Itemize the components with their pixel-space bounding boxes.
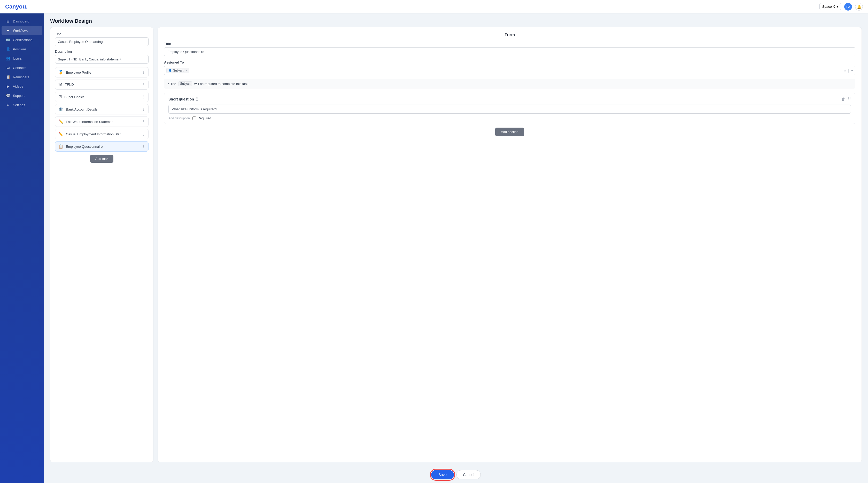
save-button[interactable]: Save bbox=[431, 470, 454, 479]
subject-tag: 👤 Subject × bbox=[166, 68, 189, 73]
question-text-input[interactable] bbox=[168, 105, 851, 114]
workflow-description-input[interactable] bbox=[55, 55, 149, 64]
page-header: Workflow Design bbox=[44, 13, 868, 27]
top-header: Canyou. Space X ▾ FJ 🔔 bbox=[0, 0, 868, 13]
required-label: Required bbox=[197, 116, 211, 120]
sidebar-item-contacts[interactable]: 🗂 Contacts bbox=[2, 63, 42, 72]
sidebar-item-reminders[interactable]: 📋 Reminders bbox=[2, 72, 42, 82]
task-item-super-choice[interactable]: ☑ Super Choice ⋮ bbox=[55, 92, 149, 102]
sidebar-label-reminders: Reminders bbox=[13, 75, 29, 79]
task-dots-tfnd[interactable]: ⋮ bbox=[142, 83, 145, 87]
person-icon: 👤 bbox=[168, 69, 172, 72]
required-row: Required bbox=[192, 116, 211, 120]
sidebar-item-certifications[interactable]: 🪪 Certifications bbox=[2, 35, 42, 44]
form-title-input[interactable] bbox=[164, 47, 855, 56]
main-content: ⋮ Title Description 🏅 Employee Profile bbox=[44, 27, 868, 466]
title-field-group: Title bbox=[55, 32, 149, 50]
workflow-title-input[interactable] bbox=[55, 37, 149, 46]
card-actions: 🗑 ⠿ bbox=[841, 97, 851, 101]
sidebar-item-workflows[interactable]: ✦ Workflows bbox=[2, 26, 42, 35]
task-dots-casual-employ[interactable]: ⋮ bbox=[142, 132, 145, 136]
task-item-bank-account[interactable]: 🏦 Bank Account Details ⋮ bbox=[55, 104, 149, 115]
super-choice-icon: ☑ bbox=[58, 95, 62, 99]
positions-icon: 👤 bbox=[6, 47, 10, 51]
right-panel: Form Title Assigned To 👤 Subject × × bbox=[158, 27, 862, 462]
app-logo: Canyou. bbox=[5, 3, 28, 10]
task-dots-bank-account[interactable]: ⋮ bbox=[142, 107, 145, 111]
left-panel: ⋮ Title Description 🏅 Employee Profile bbox=[50, 27, 153, 462]
info-subject-tag: Subject bbox=[178, 82, 192, 86]
cancel-button[interactable]: Cancel bbox=[457, 470, 481, 479]
workflows-icon: ✦ bbox=[6, 28, 10, 33]
fair-work-icon: ✏️ bbox=[58, 119, 63, 124]
info-text-pre: The bbox=[170, 82, 176, 86]
sidebar-label-dashboard: Dashboard bbox=[13, 20, 29, 23]
task-item-employee-profile[interactable]: 🏅 Employee Profile ⋮ bbox=[55, 67, 149, 77]
title-label: Title bbox=[55, 32, 149, 36]
sidebar-label-workflows: Workflows bbox=[13, 29, 28, 33]
drag-question-button[interactable]: ⠿ bbox=[848, 97, 851, 101]
add-description-label: Add description bbox=[168, 117, 190, 120]
question-card-header: Short question 🗒 🗑 ⠿ bbox=[168, 97, 851, 101]
delete-question-button[interactable]: 🗑 bbox=[841, 97, 845, 101]
card-menu-icon[interactable]: ⋮ bbox=[145, 32, 149, 36]
sidebar-label-settings: Settings bbox=[13, 103, 25, 107]
casual-employ-icon: ✏️ bbox=[58, 132, 63, 136]
task-dots-employee-profile[interactable]: ⋮ bbox=[142, 70, 145, 74]
bottom-actions: Save Cancel bbox=[44, 466, 868, 483]
sidebar-label-support: Support bbox=[13, 94, 25, 98]
task-dots-super-choice[interactable]: ⋮ bbox=[142, 95, 145, 99]
task-dots-fair-work[interactable]: ⋮ bbox=[142, 120, 145, 124]
certifications-icon: 🪪 bbox=[6, 38, 10, 42]
sidebar-label-contacts: Contacts bbox=[13, 66, 26, 70]
task-label-tfnd: TFND bbox=[65, 83, 74, 87]
content-area: Workflow Design ⋮ Title Description bbox=[44, 13, 868, 483]
sidebar-item-settings[interactable]: ⚙ Settings bbox=[2, 100, 42, 109]
info-text-post: will be required to complete this task bbox=[194, 82, 249, 86]
task-label-employee-profile: Employee Profile bbox=[66, 70, 91, 74]
avatar[interactable]: FJ bbox=[844, 3, 852, 10]
task-dots-employee-questionnaire[interactable]: ⋮ bbox=[142, 144, 145, 149]
assigned-info-box: • The Subject will be required to comple… bbox=[164, 79, 855, 89]
task-label-super-choice: Super Choice bbox=[64, 95, 85, 99]
task-item-fair-work[interactable]: ✏️ Fair Work Information Statement ⋮ bbox=[55, 117, 149, 127]
sidebar-item-support[interactable]: 💬 Support bbox=[2, 91, 42, 100]
main-layout: ⊞ Dashboard ✦ Workflows 🪪 Certifications… bbox=[0, 13, 868, 483]
assigned-to-field[interactable]: 👤 Subject × × | ▾ bbox=[164, 66, 855, 75]
form-section-title: Form bbox=[164, 33, 855, 37]
clear-assigned-button[interactable]: × bbox=[844, 69, 846, 72]
users-icon: 👥 bbox=[6, 56, 10, 60]
workflow-card: ⋮ Title Description 🏅 Employee Profile bbox=[50, 27, 153, 462]
sidebar: ⊞ Dashboard ✦ Workflows 🪪 Certifications… bbox=[0, 13, 44, 483]
sidebar-item-videos[interactable]: ▶ Videos bbox=[2, 82, 42, 91]
add-task-button[interactable]: Add task bbox=[90, 155, 114, 163]
add-section-button[interactable]: Add section bbox=[495, 128, 524, 136]
task-item-employee-questionnaire[interactable]: 📋 Employee Questionnaire ⋮ bbox=[55, 141, 149, 152]
subject-tag-label: Subject bbox=[173, 69, 183, 72]
settings-icon: ⚙ bbox=[6, 103, 10, 107]
sidebar-label-positions: Positions bbox=[13, 47, 27, 51]
bullet-icon: • bbox=[168, 82, 169, 86]
notification-bell-icon[interactable]: 🔔 bbox=[855, 3, 863, 10]
assigned-to-dropdown-icon[interactable]: ▾ bbox=[851, 69, 853, 72]
description-label: Description bbox=[55, 50, 149, 54]
reminders-icon: 📋 bbox=[6, 75, 10, 79]
task-item-tfnd[interactable]: 🏛 TFND ⋮ bbox=[55, 79, 149, 90]
task-label-bank-account: Bank Account Details bbox=[66, 107, 98, 111]
bank-account-icon: 🏦 bbox=[58, 107, 63, 111]
sidebar-item-positions[interactable]: 👤 Positions bbox=[2, 45, 42, 54]
task-label-casual-employ: Casual Employment Information Stat... bbox=[66, 132, 123, 136]
tfnd-icon: 🏛 bbox=[58, 83, 62, 87]
task-item-casual-employ[interactable]: ✏️ Casual Employment Information Stat...… bbox=[55, 129, 149, 139]
assigned-to-group: Assigned To 👤 Subject × × | ▾ bbox=[164, 60, 855, 75]
remove-subject-icon[interactable]: × bbox=[185, 69, 187, 72]
sidebar-item-users[interactable]: 👥 Users bbox=[2, 54, 42, 63]
sidebar-label-users: Users bbox=[13, 57, 22, 60]
workspace-selector[interactable]: Space X ▾ bbox=[819, 3, 841, 10]
header-right: Space X ▾ FJ 🔔 bbox=[819, 3, 863, 10]
task-label-fair-work: Fair Work Information Statement bbox=[66, 120, 115, 124]
sidebar-item-dashboard[interactable]: ⊞ Dashboard bbox=[2, 17, 42, 26]
workspace-name: Space X bbox=[822, 5, 835, 8]
employee-profile-icon: 🏅 bbox=[58, 70, 63, 75]
required-checkbox[interactable] bbox=[192, 117, 196, 120]
